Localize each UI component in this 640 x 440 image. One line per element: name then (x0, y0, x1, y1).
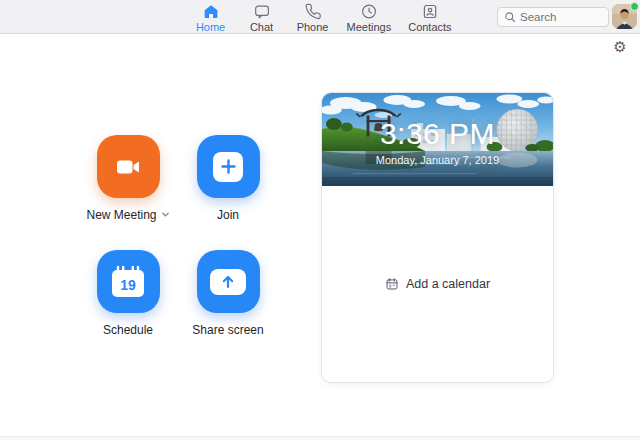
action-label: New Meeting (86, 208, 156, 222)
tab-chat[interactable]: Chat (245, 3, 279, 33)
video-camera-icon (97, 135, 160, 198)
plus-icon (197, 135, 260, 198)
chat-icon (253, 3, 270, 20)
contacts-icon (421, 3, 438, 20)
schedule-day: 19 (120, 277, 136, 293)
add-calendar-button[interactable]: Add a calendar (385, 277, 490, 291)
tab-label: Contacts (408, 21, 451, 33)
home-icon (202, 3, 219, 20)
avatar[interactable] (612, 4, 637, 29)
window-bottom-edge (0, 436, 640, 440)
search-input[interactable] (520, 11, 602, 23)
add-calendar-label: Add a calendar (406, 277, 490, 291)
action-label: Share screen (192, 323, 263, 337)
calendar-panel: Add a calendar (322, 186, 553, 382)
action-label: Schedule (103, 323, 153, 337)
home-actions: New Meeting Join 19 Schedule (78, 135, 278, 337)
tab-phone[interactable]: Phone (296, 3, 330, 33)
tab-home[interactable]: Home (194, 3, 228, 33)
main-nav: Home Chat Phone Meetings Contacts (194, 3, 452, 33)
search-box (497, 7, 609, 27)
search-icon (504, 11, 516, 23)
join-button[interactable]: Join (178, 135, 278, 222)
top-bar: Home Chat Phone Meetings Contacts (0, 0, 640, 34)
schedule-button[interactable]: 19 Schedule (78, 250, 178, 337)
tab-label: Chat (250, 21, 273, 33)
clock-background-image: 3:36 PM Monday, January 7, 2019 (322, 93, 553, 186)
tab-label: Home (196, 21, 225, 33)
phone-icon (304, 3, 321, 20)
tab-contacts[interactable]: Contacts (408, 3, 451, 33)
share-screen-button[interactable]: Share screen (178, 250, 278, 337)
clock-icon (360, 3, 377, 20)
presence-dot (630, 2, 639, 11)
settings-gear-icon[interactable]: ⚙ (611, 38, 629, 56)
chevron-down-icon[interactable] (161, 210, 170, 219)
calendar-icon (385, 277, 399, 291)
clock-date: Monday, January 7, 2019 (376, 154, 499, 166)
tab-meetings[interactable]: Meetings (347, 3, 392, 33)
tab-label: Meetings (347, 21, 392, 33)
clock-calendar-card: 3:36 PM Monday, January 7, 2019 Add a ca… (321, 92, 554, 383)
new-meeting-button[interactable]: New Meeting (78, 135, 178, 222)
arrow-up-icon (197, 250, 260, 313)
action-label: Join (217, 208, 239, 222)
clock-time: 3:36 PM (380, 119, 495, 149)
clock-overlay: 3:36 PM Monday, January 7, 2019 (322, 93, 553, 186)
tab-label: Phone (297, 21, 329, 33)
calendar-19-icon: 19 (97, 250, 160, 313)
